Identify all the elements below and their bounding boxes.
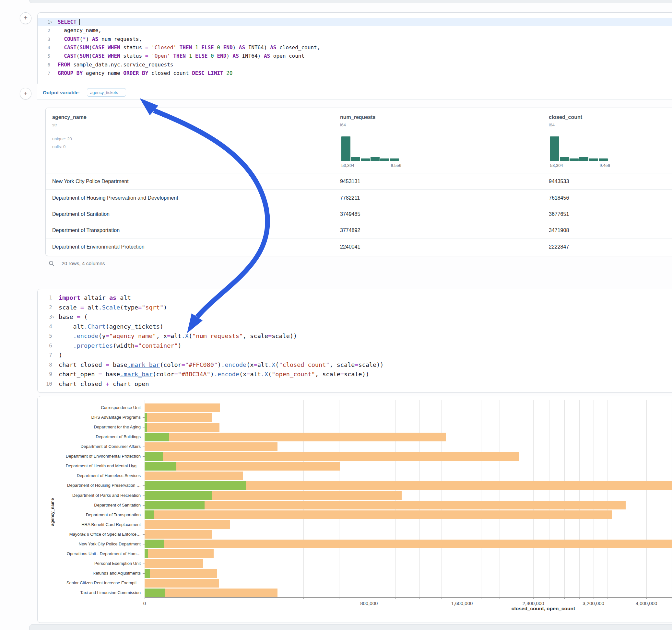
open-count-bar — [145, 462, 176, 470]
code-line[interactable]: 4 alt.Chart(agency_tickets) — [38, 322, 672, 332]
code-line[interactable]: 6FROM sample_data.nyc.service_requests — [38, 60, 672, 69]
column-type: i64 — [549, 122, 555, 127]
code-text: CAST(SUM(CASE WHEN status = 'Open' THEN … — [58, 52, 304, 60]
open-count-bar — [145, 423, 147, 432]
python-code-editor[interactable]: 1import altair as alt2scale = alt.Scale(… — [38, 289, 672, 392]
output-variable-label: Output variable: — [43, 90, 80, 95]
line-number: 1 — [38, 293, 52, 303]
y-axis-category-label: Department of Consumer Affairs — [38, 444, 141, 449]
result-table[interactable]: agency_namestrunique: 20nulls: 0num_requ… — [45, 107, 672, 256]
x-axis-tick-label: 4,000,000 — [636, 601, 657, 606]
closed-count-bar — [145, 549, 214, 558]
gridline — [533, 400, 534, 597]
code-line[interactable]: 1vSELECT — [38, 18, 672, 26]
gridline — [481, 400, 481, 597]
output-variable-row: Output variable: agency_tickets — [37, 83, 672, 100]
line-number: 2 — [38, 303, 52, 312]
table-footer: 20 rows, 4 columns — [49, 260, 211, 268]
closed-count-bar — [145, 559, 203, 568]
x-axis-tick-label: 0 — [143, 601, 146, 606]
y-axis-category-label: Department of Buildings — [38, 434, 141, 439]
gridline — [594, 400, 594, 597]
code-line[interactable]: 5 .encode(y="agency_name", x=alt.X("num_… — [38, 331, 672, 341]
code-line[interactable]: 2scale = alt.Scale(type="sqrt") — [38, 303, 672, 312]
sql-code-editor[interactable]: 1vSELECT 2 agency_name,3 COUNT(*) AS num… — [38, 13, 672, 83]
search-icon[interactable] — [49, 261, 55, 268]
table-cell: 3774892 — [340, 227, 360, 233]
code-line[interactable]: 5 CAST(SUM(CASE WHEN status = 'Open' THE… — [38, 52, 672, 60]
fold-caret-icon[interactable]: v — [51, 18, 52, 26]
x-axis-line — [145, 597, 672, 598]
code-line[interactable]: 4 CAST(SUM(CASE WHEN status = 'Closed' T… — [38, 43, 672, 52]
code-line[interactable]: 7GROUP BY agency_name ORDER BY closed_co… — [38, 69, 672, 77]
line-number: 3 — [38, 312, 52, 322]
y-axis-category-label: Department of Housing Preservation … — [38, 483, 141, 488]
code-line[interactable]: 2 agency_name, — [38, 26, 672, 35]
x-axis-tick-label: 3,200,000 — [582, 601, 604, 606]
column-histogram — [341, 137, 400, 161]
line-number: 3 — [38, 35, 50, 43]
open-count-bar — [145, 510, 154, 519]
table-cell: 9453131 — [340, 178, 360, 185]
closed-count-bar — [145, 579, 219, 587]
column-type: i64 — [340, 122, 346, 127]
open-count-bar — [145, 539, 164, 548]
table-cell: New York City Police Department — [52, 178, 129, 185]
sql-cell[interactable]: 1vSELECT 2 agency_name,3 COUNT(*) AS num… — [37, 12, 672, 84]
code-line[interactable]: 3 COUNT(*) AS num_requests, — [38, 35, 672, 43]
code-line[interactable]: 8chart_closed = base.mark_bar(color="#FF… — [38, 360, 672, 370]
line-number: 4 — [38, 322, 52, 332]
column-header[interactable]: agency_name — [52, 114, 87, 120]
fold-caret-icon[interactable]: v — [52, 312, 54, 322]
code-line[interactable]: 7) — [38, 350, 672, 360]
y-axis-category-label: Mayorâ€ s Office of Special Enforce… — [38, 532, 141, 537]
code-text: agency_name, — [58, 26, 101, 35]
code-text: GROUP BY agency_name ORDER BY closed_cou… — [58, 69, 233, 77]
hist-min-label: 53,304 — [341, 163, 354, 168]
code-line[interactable]: 9chart_open = base.mark_bar(color="#8BC3… — [38, 369, 672, 379]
y-axis-category-label: DHS Advantage Programs — [38, 415, 141, 420]
histogram-bar — [550, 137, 559, 161]
line-number: 5 — [38, 331, 52, 341]
python-cell[interactable]: 1import altair as alt2scale = alt.Scale(… — [37, 289, 672, 393]
code-line[interactable]: 3vbase = ( — [38, 312, 672, 322]
bar-chart: 0800,0001,600,0002,400,0003,200,0004,000… — [38, 396, 672, 623]
code-line[interactable]: 6 .properties(width="container") — [38, 341, 672, 350]
code-text: chart_closed = base.mark_bar(color="#FFC… — [59, 360, 384, 370]
table-footer-text: 20 rows, 4 columns — [62, 261, 105, 266]
table-row[interactable]: Department of Housing Preservation and D… — [46, 189, 672, 206]
output-variable-pill[interactable]: agency_tickets — [87, 88, 126, 97]
histogram-bar — [390, 159, 399, 161]
closed-count-bar — [145, 413, 212, 422]
line-number: 5 — [38, 52, 50, 60]
gridline — [646, 400, 647, 597]
code-line[interactable]: 1import altair as alt — [38, 293, 672, 303]
open-count-bar — [145, 588, 165, 597]
histogram-bar — [599, 159, 608, 161]
table-cell: 3677651 — [549, 211, 569, 217]
line-number: 7 — [38, 69, 50, 77]
table-cell: 9443533 — [549, 178, 569, 185]
table-cell: 3749485 — [340, 211, 360, 217]
hist-max-label: 9.5e6 — [391, 163, 401, 168]
table-row[interactable]: Department of Environmental Protection22… — [46, 239, 672, 255]
closed-count-bar — [145, 510, 612, 519]
table-row[interactable]: Department of Sanitation37494853677651 — [46, 206, 672, 222]
column-stat: unique: 20 — [52, 137, 72, 141]
add-cell-button-top[interactable]: + — [20, 12, 31, 24]
gridline — [517, 400, 517, 597]
text-cursor — [79, 19, 80, 25]
column-header[interactable]: closed_count — [549, 114, 582, 120]
table-cell: 2222847 — [549, 244, 569, 250]
histogram-bar — [370, 157, 380, 161]
table-row[interactable]: Department of Transportation377489234719… — [46, 222, 672, 239]
column-header[interactable]: num_requests — [340, 114, 376, 120]
gridline — [462, 400, 462, 597]
code-text: .properties(width="container") — [59, 341, 182, 350]
add-cell-button-middle[interactable]: + — [20, 88, 31, 99]
code-line[interactable]: 10chart_closed + chart_open — [38, 379, 672, 389]
code-text: chart_closed + chart_open — [59, 379, 149, 389]
table-row[interactable]: New York City Police Department945313194… — [46, 173, 672, 190]
histogram-bar — [570, 159, 579, 161]
closed-count-bar — [145, 471, 243, 480]
